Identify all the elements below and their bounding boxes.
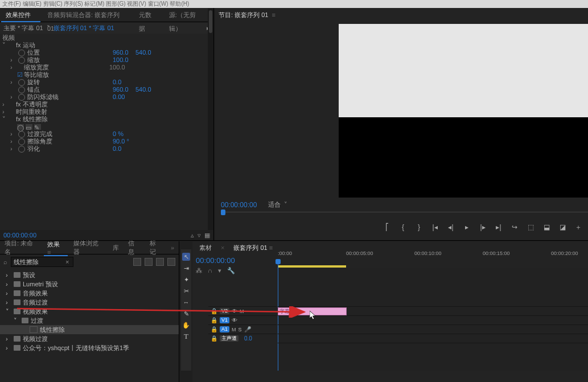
ec-property-row[interactable]: ›擦除角度90.0 ° [0, 138, 207, 145]
prev-frame-icon[interactable]: ◂| [447, 223, 455, 231]
keyframe-stopwatch-icon[interactable] [18, 94, 25, 101]
lock-icon[interactable]: 🔒 [211, 326, 217, 332]
ec-property-row[interactable]: ›缩放宽度100.0 [0, 64, 207, 71]
hand-tool-icon[interactable]: ✋ [182, 321, 190, 329]
ec-property-row[interactable]: ›旋转0.0 [0, 79, 207, 86]
effect-folder[interactable]: ›音频效果 [0, 289, 179, 298]
mask-pen-icon[interactable]: ✎ [34, 124, 41, 130]
tab-effects[interactable]: 效果 ≡ [43, 240, 69, 256]
tab-media-browser[interactable]: 媒体浏览器 [69, 239, 108, 256]
property-value[interactable]: 90.0 ° [113, 138, 135, 145]
property-value[interactable]: 0.0 [113, 145, 135, 153]
tabs-overflow-icon[interactable]: » [166, 244, 179, 251]
track-tag[interactable]: A1 [220, 326, 229, 332]
property-value[interactable]: 0 % [113, 130, 135, 138]
effect-item[interactable]: 线性擦除 [0, 325, 179, 334]
tab-effect-controls[interactable]: 效果控件 ≡ [0, 8, 42, 22]
snap-icon[interactable]: ⁂ [196, 267, 202, 274]
ec-property-row[interactable]: 锚点960.0540.0 [0, 86, 207, 93]
marker-icon[interactable]: ▾ [218, 267, 221, 274]
program-viewer[interactable] [339, 24, 588, 198]
step-fwd-icon[interactable]: ▸| [495, 223, 503, 231]
program-zoom-select[interactable]: 适合˅ [268, 200, 287, 209]
lock-icon[interactable]: 🔒 [211, 317, 217, 323]
mask-ellipse-icon[interactable]: ◯ [17, 124, 24, 130]
keyframe-stopwatch-icon[interactable] [18, 146, 25, 153]
go-out-icon[interactable]: ↪ [511, 223, 519, 231]
timeline-tab-sequence[interactable]: 嵌套序列 01 ≡ [230, 244, 276, 252]
lock-icon[interactable]: 🔒 [211, 335, 217, 342]
ec-property-row[interactable]: ›羽化0.0 [0, 145, 207, 153]
tab-metadata[interactable]: 元数据 [133, 8, 163, 22]
lift-icon[interactable]: ⬚ [527, 223, 534, 231]
ec-property-row[interactable]: ☑等比缩放 [0, 71, 207, 79]
timeline-content[interactable]: 字幕 01 [278, 268, 588, 371]
track-tag[interactable]: 主声道 [220, 335, 239, 342]
play-icon[interactable]: ▸ [463, 223, 471, 231]
track-value[interactable]: 0.0 [244, 335, 252, 342]
ripple-tool-icon[interactable]: ✦ [182, 276, 190, 284]
ec-property-row[interactable]: ◯▭✎ [0, 123, 207, 130]
ec-property-row[interactable]: ˅fx 运动 [0, 42, 207, 49]
effects-search-input[interactable] [11, 257, 73, 267]
folder-icon[interactable] [156, 258, 164, 266]
preset-icon[interactable] [133, 258, 141, 266]
ec-property-row[interactable]: ˅fx 线性擦除 [0, 116, 207, 123]
effect-folder[interactable]: ˅过渡 [0, 316, 179, 325]
keyframe-stopwatch-icon[interactable] [18, 50, 25, 56]
app-menu-bar[interactable]: 文件(F) 编辑(E) 剪辑(C) 序列(S) 标记(M) 图形(G) 视图(V… [0, 0, 588, 8]
tab-library[interactable]: 库 [108, 244, 124, 252]
ec-property-row[interactable]: ›缩放100.0 [0, 56, 207, 64]
ec-property-row[interactable]: ›防闪烁滤镜0.00 [0, 93, 207, 101]
ec-property-row[interactable]: 位置960.0540.0 [0, 49, 207, 56]
track-tag[interactable]: V2 [220, 308, 229, 314]
export-frame-icon[interactable]: ◪ [558, 223, 566, 231]
track-header[interactable]: 🔒V1👁 [208, 315, 277, 325]
next-frame-icon[interactable]: |▸ [479, 223, 487, 231]
keyframe-stopwatch-icon[interactable] [18, 79, 25, 86]
track-header[interactable]: 🔒主声道0.0 [208, 334, 277, 343]
effect-folder[interactable]: ›视频过渡 [0, 334, 179, 343]
lock-icon[interactable]: 🔒 [211, 308, 217, 314]
timeline-tab-source[interactable]: 素材 [196, 244, 215, 252]
clear-search-icon[interactable]: × [65, 258, 69, 265]
program-playhead-mark[interactable] [221, 210, 225, 215]
mute-icon[interactable]: M [240, 309, 244, 314]
settings-icon[interactable]: ＋ [574, 223, 582, 231]
folder-icon[interactable] [145, 258, 153, 266]
program-tab[interactable]: 节目: 嵌套序列 01 [219, 11, 268, 19]
property-value[interactable]: 100.0 [113, 56, 135, 64]
effect-folder[interactable]: ˅视频效果 [0, 307, 179, 316]
keyframe-stopwatch-icon[interactable] [18, 131, 25, 138]
tab-source[interactable]: 源:（无剪辑） [163, 8, 213, 22]
timeline-ruler[interactable]: :00:0000:00:05:0000:00:10:0000:00:15:000… [278, 258, 588, 266]
timeline-clip[interactable]: 字幕 01 [278, 307, 347, 315]
step-back-icon[interactable]: |◂ [431, 223, 439, 231]
mask-rect-icon[interactable]: ▭ [26, 124, 32, 130]
ec-pager[interactable]: ▵▿▦ [191, 232, 210, 239]
property-value[interactable]: 960.0 [113, 49, 135, 56]
go-in-icon[interactable]: } [415, 223, 423, 231]
eye-icon[interactable]: 👁 [232, 308, 237, 314]
keyframe-stopwatch-icon[interactable] [18, 57, 25, 64]
effect-folder[interactable]: ›音频过渡 [0, 298, 179, 307]
keyframe-stopwatch-icon[interactable] [18, 87, 25, 93]
property-value[interactable]: 100.0 [109, 64, 132, 71]
program-timecode[interactable]: 00:00:00:00 [221, 201, 257, 209]
slip-tool-icon[interactable]: ↔ [182, 298, 190, 306]
razor-tool-icon[interactable]: ✂ [182, 287, 190, 295]
selection-tool-icon[interactable]: ↖ [182, 253, 190, 261]
ec-property-row[interactable]: › 时间重映射 [0, 108, 207, 116]
folder-icon[interactable] [167, 258, 175, 266]
solo-icon[interactable]: S [239, 327, 242, 332]
mark-out-icon[interactable]: { [399, 223, 407, 231]
property-value[interactable]: 540.0 [135, 86, 158, 93]
link-icon[interactable]: ∩ [208, 267, 212, 274]
mic-icon[interactable]: 🎤 [244, 326, 251, 332]
ec-property-row[interactable]: ›过渡完成0 % [0, 130, 207, 138]
track-tag[interactable]: V1 [220, 317, 229, 323]
effect-folder[interactable]: ›预设 [0, 270, 179, 280]
extract-icon[interactable]: ⬓ [542, 223, 550, 231]
tab-audio-mixer[interactable]: 音频剪辑混合器: 嵌套序列 01 [42, 8, 133, 22]
effect-folder[interactable]: ›Lumetri 预设 [0, 280, 179, 289]
